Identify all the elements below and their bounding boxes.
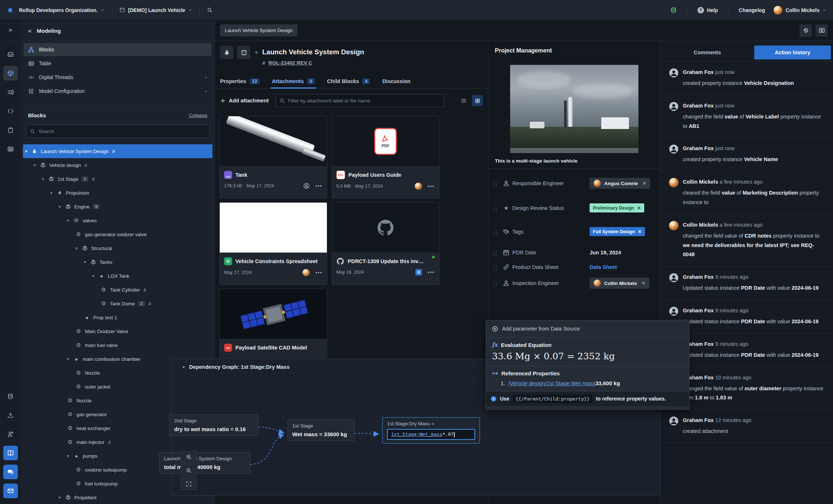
user-chip[interactable]: Angus Comrie✕ [590, 178, 650, 189]
collapse-panel-button[interactable]: « [28, 27, 32, 35]
open-block-chip[interactable]: Launch Vehicle System Design [220, 24, 297, 36]
attachment-card-pdf[interactable]: PDF PDFPayload Users Guide 5.0 MBMay 17,… [332, 116, 439, 199]
zoom-out-button[interactable] [181, 464, 197, 477]
caret-down-icon[interactable]: ▼ [66, 219, 73, 223]
tab-attachments[interactable]: Attachments5 [272, 74, 315, 88]
block-reference-link[interactable]: ROL-23402 REV C [269, 60, 312, 66]
app-icon[interactable] [415, 269, 422, 276]
activity-item[interactable]: Graham Fox just now changed the field va… [660, 95, 833, 138]
rail-code-button[interactable] [3, 104, 18, 118]
tree-item-launch-vehicle-system-design[interactable]: ▼Launch Vehicle System Design# [23, 144, 212, 158]
caret-down-icon[interactable]: ▼ [66, 357, 73, 361]
graph-node-1st-stage[interactable]: 1st Stage Wet mass = 33600 kg [288, 419, 355, 441]
org-switcher[interactable]: Rollup Developers Organization. [19, 7, 105, 13]
caret-down-icon[interactable]: ▼ [50, 191, 56, 195]
tree-item-gas-generator-oxidizer-valve[interactable]: ⚙gas-generator oxidizer valve [21, 227, 215, 241]
owner-avatar[interactable] [415, 183, 422, 190]
hash-icon[interactable]: # [144, 287, 146, 293]
expand-rail-button[interactable]: » [9, 20, 12, 39]
user-chip[interactable]: Collin Mickels✕ [590, 278, 649, 289]
status-tag[interactable]: Preliminary Design✕ [590, 203, 644, 212]
rail-datasource-button[interactable] [3, 389, 18, 403]
status-widget-icon[interactable] [670, 7, 677, 13]
tag[interactable]: Full System Design✕ [590, 227, 645, 236]
activity-item[interactable]: Graham Fox just now created property ins… [660, 62, 833, 95]
remove-icon[interactable]: ✕ [642, 281, 645, 286]
graph-node-2nd-stage[interactable]: 2nd Stage dry to wet mass ratio = 0.16 [169, 414, 258, 436]
property-reference-link[interactable]: 1st_Stage:Wet_mass [391, 431, 442, 437]
tree-item-tanks[interactable]: ▼Tanks [21, 255, 215, 269]
history-button[interactable] [799, 24, 812, 37]
rail-inbox-button[interactable] [3, 47, 18, 62]
activity-item[interactable]: Collin Mickels a few minutes ago cleared… [660, 171, 833, 214]
sidebar-item-model-configuration[interactable]: Model Configuration [24, 85, 212, 98]
attachment-card-spreadsheet[interactable]: Vehicle Constraints Spreadsheet May 17, … [219, 202, 327, 285]
activity-item[interactable]: Graham Fox 9 minutes ago Updated status … [660, 266, 833, 300]
layout-columns-button[interactable] [816, 24, 828, 37]
add-icon[interactable]: + [254, 49, 258, 56]
more-menu-icon[interactable]: ••• [316, 183, 322, 188]
caret-down-icon[interactable]: ▼ [33, 163, 39, 167]
tree-item-engine[interactable]: ▼Engine9 [21, 200, 215, 214]
tree-item-prop-test-1[interactable]: ◆Prop test 1 [21, 310, 215, 324]
tab-comments[interactable]: Comments [660, 50, 754, 55]
caret-down-icon[interactable]: ▼ [58, 205, 64, 209]
caret-down-icon[interactable]: ▼ [58, 496, 64, 500]
drag-handle-icon[interactable] [493, 280, 497, 286]
tree-item-tank-dome[interactable]: ⚙Tank Dome2# [21, 297, 215, 310]
hash-icon[interactable]: # [112, 149, 115, 154]
add-parameter-button[interactable]: Add parameter from Data Source [486, 320, 689, 337]
tree-search-input[interactable]: Search [26, 125, 210, 138]
hash-icon[interactable]: # [108, 439, 111, 445]
rail-clipboard-button[interactable] [3, 123, 18, 137]
tab-discussion[interactable]: Discussion [382, 74, 410, 88]
drag-handle-icon[interactable] [493, 228, 497, 235]
tree-item-propulsion[interactable]: ▼Propulsion [21, 186, 215, 200]
list-view-button[interactable] [458, 95, 469, 106]
add-attachment-button[interactable]: Add attachment [220, 98, 269, 103]
equation-input[interactable]: 1st_Stage:Wet_mass*.07 [387, 429, 475, 440]
referenced-property-link[interactable]: /Vehicle design/1st Stage:Wet mass [508, 380, 595, 386]
attachment-card-github[interactable]: PDRCT-1309 Update this inv… May 16, 2024… [332, 202, 439, 285]
zoom-in-button[interactable] [181, 451, 197, 463]
changelog-button[interactable]: Changelog [739, 7, 765, 13]
rail-mail-button[interactable] [3, 484, 18, 498]
caret-down-icon[interactable]: ▼ [182, 365, 185, 369]
remove-icon[interactable]: ✕ [637, 205, 641, 211]
activity-item[interactable]: Graham Fox 12 minutes ago created attach… [660, 410, 833, 443]
tab-properties[interactable]: Properties13 [220, 74, 259, 88]
owner-avatar[interactable] [302, 269, 310, 276]
tree-item-structural[interactable]: ▼Structural [21, 241, 215, 255]
user-menu[interactable]: Collin Mickels [773, 5, 826, 15]
tree-item-lox-tank[interactable]: ▼◆LOX Tank [21, 269, 215, 283]
fit-view-button[interactable] [181, 478, 197, 490]
hash-icon[interactable]: # [85, 163, 87, 168]
drag-handle-icon[interactable] [493, 264, 497, 270]
caret-down-icon[interactable]: ▼ [75, 246, 81, 250]
tab-child-blocks[interactable]: Child Blocks4 [327, 74, 370, 88]
owner-icon[interactable] [303, 183, 310, 189]
activity-item[interactable]: Graham Fox just now created property ins… [660, 138, 833, 171]
attachment-filter-input[interactable]: Filter by attachment label or file name [275, 94, 444, 107]
block-icon-button[interactable] [220, 46, 233, 59]
tree-item-tank-cylinder[interactable]: ⚙Tank Cylinder# [21, 283, 215, 297]
rail-window-button[interactable] [3, 142, 18, 156]
rail-modeling-button[interactable] [3, 66, 18, 81]
rail-download-button[interactable] [3, 408, 18, 422]
tree-item-valves[interactable]: ▼⚙valves [21, 214, 215, 227]
sidebar-item-digital-threads[interactable]: Digital Threads [24, 71, 212, 84]
hash-icon[interactable]: # [149, 301, 151, 306]
grid-view-button[interactable] [472, 95, 483, 106]
help-button[interactable]: ? Help [697, 7, 718, 13]
drag-handle-icon[interactable] [493, 180, 497, 187]
field-link[interactable]: Data Sheet [590, 264, 617, 270]
graph-node-dry-mass[interactable]: 1st Stage:Dry Mass = 1st_Stage:Wet_mass*… [382, 417, 480, 444]
sidebar-item-table[interactable]: Table [24, 57, 212, 70]
drag-handle-icon[interactable] [493, 205, 497, 211]
caret-down-icon[interactable]: ▼ [41, 177, 47, 181]
workspace-switcher[interactable]: [DEMO] Launch Vehicle [120, 7, 192, 13]
caret-down-icon[interactable]: ▼ [24, 149, 31, 153]
remove-icon[interactable]: ✕ [638, 229, 641, 234]
caret-down-icon[interactable]: ▼ [91, 274, 98, 278]
caret-down-icon[interactable]: ▼ [83, 260, 89, 264]
